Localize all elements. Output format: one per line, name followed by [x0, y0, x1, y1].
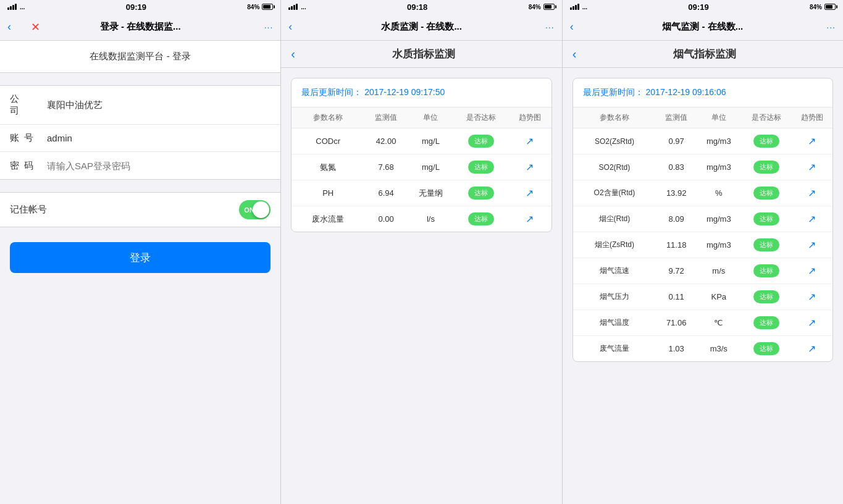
battery-percent-2: 84%	[529, 4, 541, 10]
cell-name: 废水流量	[291, 206, 364, 232]
remember-row: 记住帐号 ON	[0, 192, 280, 227]
password-label: 密 码	[10, 160, 37, 172]
table-row: SO2(Rtd) 0.83 mg/m3 达标 ↗	[573, 154, 833, 180]
last-update-label-2: 最后更新时间：	[301, 87, 362, 97]
table-row: O2含量(Rtd) 13.92 % 达标 ↗	[573, 180, 833, 206]
cell-unit: mg/m3	[697, 232, 740, 258]
carrier-2: ...	[301, 4, 306, 10]
cell-trend[interactable]: ↗	[792, 206, 833, 232]
cell-value: 9.72	[656, 258, 697, 284]
last-update-2: 最后更新时间： 2017-12-19 09:17:50	[291, 78, 551, 107]
water-table: 参数名称 监测值 单位 是否达标 趋势图 CODcr 42.00 mg/L 达标…	[291, 107, 551, 232]
more-button-1[interactable]: ···	[264, 22, 274, 32]
cell-value: 71.06	[656, 310, 697, 336]
close-button-1[interactable]: ✕	[31, 20, 40, 34]
cell-status: 达标	[740, 232, 792, 258]
table-row: 烟尘(Rtd) 8.09 mg/m3 达标 ↗	[573, 206, 833, 232]
password-input[interactable]	[47, 161, 271, 171]
th-status-2: 是否达标	[454, 107, 508, 128]
company-label: 公 司	[10, 93, 37, 117]
signal-icon-2	[288, 4, 298, 10]
cell-trend[interactable]: ↗	[792, 310, 833, 336]
status-bar-2: ... 09:18 84%	[281, 0, 561, 14]
remember-toggle[interactable]: ON	[239, 200, 271, 219]
cell-status: 达标	[740, 258, 792, 284]
cell-name: 氨氮	[291, 154, 364, 180]
back-button-3[interactable]: ‹	[570, 20, 589, 33]
cell-unit: m3/s	[697, 336, 740, 362]
table-header-row-3: 参数名称 监测值 单位 是否达标 趋势图	[573, 107, 833, 128]
cell-name: 烟尘(ZsRtd)	[573, 232, 656, 258]
more-button-3[interactable]: ···	[826, 22, 836, 32]
table-row: 氨氮 7.68 mg/L 达标 ↗	[291, 154, 551, 180]
th-trend-2: 趋势图	[508, 107, 551, 128]
more-button-2[interactable]: ···	[545, 22, 555, 32]
back-button-1[interactable]: ‹	[7, 20, 26, 33]
cell-name: 烟气流速	[573, 258, 656, 284]
table-header-row-2: 参数名称 监测值 单位 是否达标 趋势图	[291, 107, 551, 128]
cell-status: 达标	[740, 206, 792, 232]
cell-trend[interactable]: ↗	[792, 180, 833, 206]
status-right-2: 84%	[529, 4, 555, 10]
login-button[interactable]: 登录	[10, 242, 271, 273]
cell-value: 0.00	[364, 206, 408, 232]
cell-value: 0.97	[656, 128, 697, 154]
phone3-flue: ... 09:19 84% ‹ 烟气监测 - 在线数... ··· ‹ 烟气指标…	[563, 0, 843, 504]
cell-trend[interactable]: ↗	[792, 336, 833, 362]
cell-trend[interactable]: ↗	[792, 284, 833, 310]
cell-status: 达标	[740, 284, 792, 310]
th-value-2: 监测值	[364, 107, 408, 128]
th-trend-3: 趋势图	[792, 107, 833, 128]
status-left-2: ...	[288, 4, 306, 10]
th-value-3: 监测值	[656, 107, 697, 128]
time-display-1: 09:19	[126, 2, 146, 12]
cell-trend[interactable]: ↗	[792, 154, 833, 180]
battery-icon-1	[262, 4, 273, 10]
th-name-2: 参数名称	[291, 107, 364, 128]
nav-title-3: 烟气监测 - 在线数...	[662, 21, 743, 33]
cell-value: 6.94	[364, 180, 408, 206]
cell-unit: mg/m3	[697, 154, 740, 180]
cell-trend[interactable]: ↗	[792, 128, 833, 154]
cell-trend[interactable]: ↗	[792, 258, 833, 284]
cell-trend[interactable]: ↗	[508, 180, 551, 206]
sub-title-3: 烟气指标监测	[576, 47, 833, 61]
nav-bar-2: ‹ 水质监测 - 在线数... ···	[281, 14, 561, 41]
cell-value: 13.92	[656, 180, 697, 206]
battery-percent-1: 84%	[247, 4, 259, 10]
cell-unit: mg/m3	[697, 206, 740, 232]
last-update-label-3: 最后更新时间：	[583, 87, 644, 97]
cell-unit: l/s	[408, 206, 454, 232]
sub-back-3[interactable]: ‹	[572, 47, 577, 61]
signal-icon	[7, 4, 17, 10]
cell-status: 达标	[740, 336, 792, 362]
cell-value: 11.18	[656, 232, 697, 258]
flue-data-content: 最后更新时间： 2017-12-19 09:16:06 参数名称 监测值 单位 …	[563, 68, 843, 504]
status-left-3: ...	[570, 4, 587, 10]
cell-trend[interactable]: ↗	[508, 128, 551, 154]
cell-name: 烟气压力	[573, 284, 656, 310]
table-row: 烟气流速 9.72 m/s 达标 ↗	[573, 258, 833, 284]
cell-unit: mg/L	[408, 154, 454, 180]
table-row: PH 6.94 无量纲 达标 ↗	[291, 180, 551, 206]
cell-value: 0.11	[656, 284, 697, 310]
carrier-text: ...	[20, 4, 25, 10]
back-button-2[interactable]: ‹	[288, 20, 307, 33]
flue-data-card: 最后更新时间： 2017-12-19 09:16:06 参数名称 监测值 单位 …	[572, 78, 833, 362]
cell-trend[interactable]: ↗	[508, 154, 551, 180]
time-display-2: 09:18	[407, 2, 427, 12]
water-data-content: 最后更新时间： 2017-12-19 09:17:50 参数名称 监测值 单位 …	[281, 68, 561, 504]
sub-back-2[interactable]: ‹	[291, 47, 295, 61]
carrier-3: ...	[582, 4, 587, 10]
table-row: 烟气压力 0.11 KPa 达标 ↗	[573, 284, 833, 310]
sub-title-2: 水质指标监测	[295, 47, 552, 61]
cell-name: 烟尘(Rtd)	[573, 206, 656, 232]
cell-trend[interactable]: ↗	[792, 232, 833, 258]
cell-trend[interactable]: ↗	[508, 206, 551, 232]
login-page-title: 在线数据监测平台 - 登录	[90, 51, 190, 61]
flue-table-body: SO2(ZsRtd) 0.97 mg/m3 达标 ↗ SO2(Rtd) 0.83…	[573, 128, 833, 362]
cell-unit: mg/m3	[697, 128, 740, 154]
cell-status: 达标	[454, 128, 508, 154]
cell-status: 达标	[740, 128, 792, 154]
toggle-knob	[253, 201, 269, 218]
